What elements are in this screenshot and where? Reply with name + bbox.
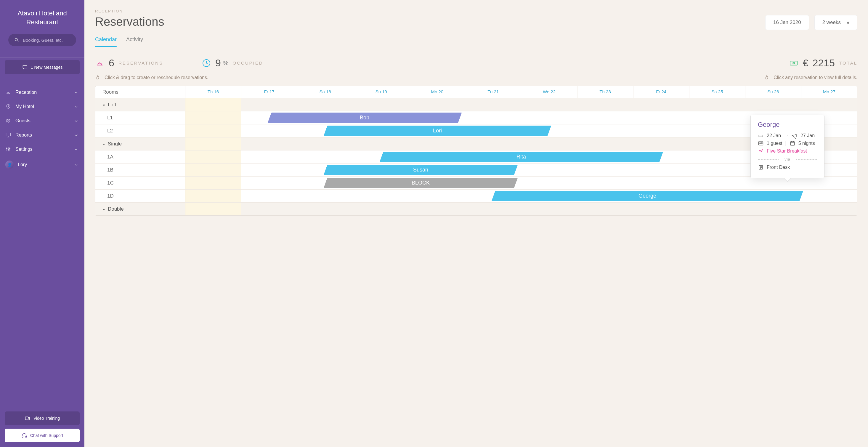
room-row[interactable]: L1 xyxy=(95,111,185,124)
calendar-cell[interactable] xyxy=(185,163,241,176)
calendar-cell[interactable] xyxy=(297,189,353,202)
calendar-cell[interactable] xyxy=(577,111,633,124)
sidebar-item-my-hotel[interactable]: My Hotel xyxy=(0,99,84,114)
calendar-cell[interactable] xyxy=(241,98,297,111)
calendar-cell[interactable] xyxy=(465,111,521,124)
calendar-cell[interactable] xyxy=(577,163,633,176)
day-header[interactable]: Mo 20 xyxy=(409,86,465,98)
calendar-cell[interactable] xyxy=(465,138,521,150)
calendar-cell[interactable] xyxy=(241,189,297,202)
calendar-cell[interactable] xyxy=(577,138,633,150)
calendar-cell[interactable] xyxy=(521,138,577,150)
day-header[interactable]: Fr 24 xyxy=(633,86,689,98)
calendar-cell[interactable] xyxy=(801,189,857,202)
calendar-cell[interactable] xyxy=(185,150,241,163)
reservation-bar[interactable]: George xyxy=(491,191,803,201)
day-header[interactable]: Su 26 xyxy=(745,86,801,98)
sidebar-item-settings[interactable]: Settings xyxy=(0,142,84,156)
calendar-cell[interactable] xyxy=(745,177,801,189)
calendar-cell[interactable] xyxy=(241,177,297,189)
day-header[interactable]: Su 19 xyxy=(353,86,409,98)
sidebar-item-guests[interactable]: Guests xyxy=(0,114,84,128)
day-header[interactable]: We 22 xyxy=(521,86,577,98)
day-header[interactable]: Sa 25 xyxy=(689,86,745,98)
calendar-cell[interactable] xyxy=(297,138,353,150)
calendar-cell[interactable] xyxy=(689,150,745,163)
reservation-bar[interactable]: Susan xyxy=(323,165,517,175)
calendar-cell[interactable] xyxy=(521,163,577,176)
calendar-cell[interactable] xyxy=(241,203,297,215)
reservation-bar[interactable]: Bob xyxy=(268,113,461,123)
calendar-cell[interactable] xyxy=(185,111,241,124)
day-header[interactable]: Tu 21 xyxy=(465,86,521,98)
reservation-bar[interactable]: BLOCK xyxy=(323,178,517,188)
room-group[interactable]: Loft xyxy=(95,98,185,111)
calendar-cell[interactable] xyxy=(409,98,465,111)
messages-button[interactable]: 1 New Messages xyxy=(5,60,80,74)
calendar-cell[interactable] xyxy=(577,124,633,137)
day-header[interactable]: Th 16 xyxy=(185,86,241,98)
room-row[interactable]: 1D xyxy=(95,189,185,202)
calendar-cell[interactable] xyxy=(689,138,745,150)
calendar-cell[interactable] xyxy=(801,98,857,111)
calendar-cell[interactable] xyxy=(633,98,689,111)
chat-support-button[interactable]: Chat with Support xyxy=(5,429,80,442)
calendar-cell[interactable] xyxy=(241,150,297,163)
calendar-cell[interactable] xyxy=(185,177,241,189)
calendar-cell[interactable] xyxy=(185,203,241,215)
calendar-cell[interactable] xyxy=(633,138,689,150)
calendar-grid[interactable]: George 22 Jan → 27 Jan 1 guest | 5 night… xyxy=(95,86,857,216)
sidebar-item-user[interactable]: 👤 Lory xyxy=(0,156,84,173)
sidebar-item-reports[interactable]: Reports xyxy=(0,128,84,142)
calendar-cell[interactable] xyxy=(633,163,689,176)
tab-activity[interactable]: Activity xyxy=(126,36,143,47)
calendar-cell[interactable] xyxy=(633,111,689,124)
sidebar-item-reception[interactable]: Reception xyxy=(0,85,84,99)
calendar-cell[interactable] xyxy=(465,98,521,111)
search-box[interactable] xyxy=(8,34,76,46)
calendar-cell[interactable] xyxy=(409,203,465,215)
calendar-cell[interactable] xyxy=(689,98,745,111)
calendar-cell[interactable] xyxy=(689,177,745,189)
range-select[interactable]: 2 weeks ◆ xyxy=(814,15,857,30)
day-header[interactable]: Sa 18 xyxy=(297,86,353,98)
calendar-cell[interactable] xyxy=(521,111,577,124)
calendar-cell[interactable] xyxy=(801,177,857,189)
calendar-cell[interactable] xyxy=(577,177,633,189)
calendar-cell[interactable] xyxy=(633,124,689,137)
calendar-cell[interactable] xyxy=(745,98,801,111)
calendar-cell[interactable] xyxy=(353,189,409,202)
calendar-cell[interactable] xyxy=(409,138,465,150)
calendar-cell[interactable] xyxy=(521,98,577,111)
calendar-cell[interactable] xyxy=(297,98,353,111)
calendar-cell[interactable] xyxy=(577,203,633,215)
calendar-cell[interactable] xyxy=(633,177,689,189)
calendar-cell[interactable] xyxy=(801,203,857,215)
calendar-cell[interactable] xyxy=(689,124,745,137)
calendar-cell[interactable] xyxy=(241,124,297,137)
room-row[interactable]: 1A xyxy=(95,150,185,163)
room-group[interactable]: Double xyxy=(95,203,185,215)
tab-calendar[interactable]: Calendar xyxy=(95,36,117,47)
room-row[interactable]: 1C xyxy=(95,177,185,189)
room-row[interactable]: L2 xyxy=(95,124,185,137)
search-input[interactable] xyxy=(23,38,70,43)
video-training-button[interactable]: Video Training xyxy=(5,412,80,425)
calendar-cell[interactable] xyxy=(745,203,801,215)
calendar-cell[interactable] xyxy=(297,150,353,163)
calendar-cell[interactable] xyxy=(521,203,577,215)
calendar-cell[interactable] xyxy=(353,138,409,150)
calendar-cell[interactable] xyxy=(689,203,745,215)
calendar-cell[interactable] xyxy=(353,203,409,215)
calendar-cell[interactable] xyxy=(521,177,577,189)
day-header[interactable]: Mo 27 xyxy=(801,86,857,98)
calendar-cell[interactable] xyxy=(353,98,409,111)
calendar-cell[interactable] xyxy=(185,138,241,150)
calendar-cell[interactable] xyxy=(185,189,241,202)
calendar-cell[interactable] xyxy=(297,203,353,215)
calendar-cell[interactable] xyxy=(577,98,633,111)
calendar-cell[interactable] xyxy=(185,124,241,137)
calendar-cell[interactable] xyxy=(689,163,745,176)
room-row[interactable]: 1B xyxy=(95,163,185,176)
calendar-cell[interactable] xyxy=(465,203,521,215)
